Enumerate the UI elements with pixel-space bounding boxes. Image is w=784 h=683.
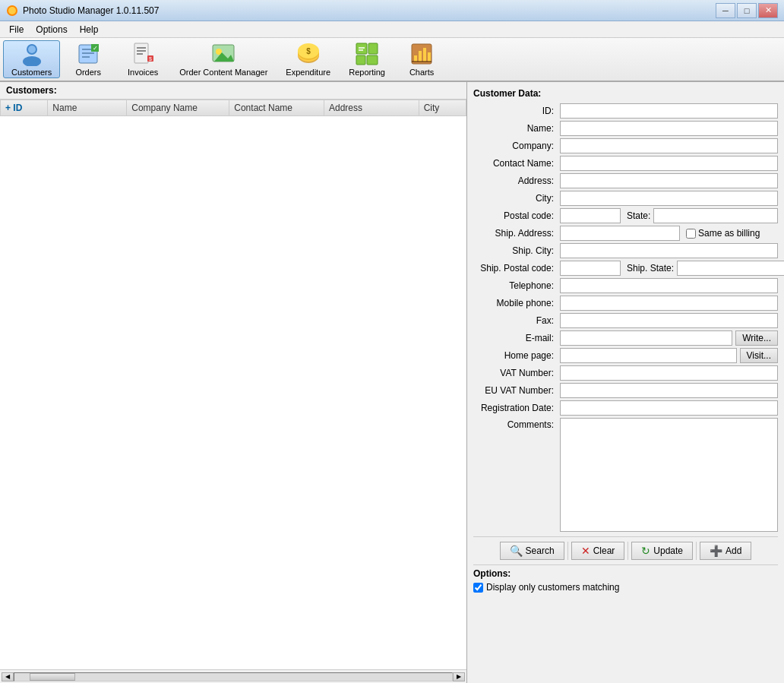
- fax-input[interactable]: [560, 313, 778, 328]
- company-label: Company:: [473, 141, 557, 151]
- scroll-right-arrow[interactable]: ▶: [453, 672, 465, 681]
- svg-point-3: [23, 56, 41, 66]
- customers-left-panel: Customers: + ID Name Company Name Contac…: [0, 82, 467, 683]
- field-row-company: Company:: [473, 138, 778, 153]
- toolbar-invoices[interactable]: $ Invoices: [116, 40, 169, 78]
- contact-name-input[interactable]: [560, 156, 778, 171]
- menu-options[interactable]: Options: [30, 23, 73, 36]
- svg-rect-14: [137, 53, 143, 55]
- search-button[interactable]: 🔍 Search: [500, 542, 564, 560]
- id-input[interactable]: [560, 103, 778, 119]
- customers-table-container[interactable]: + ID Name Company Name Contact Name Addr…: [0, 100, 466, 669]
- write-button[interactable]: Write...: [735, 330, 778, 346]
- comments-label: Comments:: [473, 419, 557, 430]
- customers-label: Customers: [11, 68, 52, 77]
- toolbar-reporting[interactable]: Reporting: [340, 40, 394, 78]
- svg-rect-26: [368, 43, 378, 54]
- svg-text:✓: ✓: [93, 45, 98, 52]
- ship-state-input[interactable]: [677, 261, 784, 276]
- field-row-email: E-mail: Write...: [473, 330, 778, 346]
- postal-code-input[interactable]: [560, 208, 621, 223]
- address-input[interactable]: [560, 173, 778, 188]
- add-button[interactable]: ➕ Add: [700, 542, 751, 560]
- field-row-mobile: Mobile phone:: [473, 296, 778, 311]
- city-label: City:: [473, 193, 557, 204]
- field-row-ship-postal-state: Ship. Postal code: Ship. State:: [473, 261, 778, 276]
- ship-postal-code-input[interactable]: [560, 261, 621, 276]
- eu-vat-input[interactable]: [560, 383, 778, 398]
- menu-file[interactable]: File: [3, 23, 30, 36]
- add-icon: ➕: [710, 545, 722, 557]
- clear-button[interactable]: ✕ Clear: [571, 542, 625, 560]
- company-input[interactable]: [560, 138, 778, 153]
- reg-date-label: Registration Date:: [473, 403, 557, 413]
- mobile-label: Mobile phone:: [473, 298, 557, 308]
- comments-textarea[interactable]: [560, 418, 778, 532]
- ship-city-input[interactable]: [560, 243, 778, 258]
- toolbar: Customers ✓ Orders $ Invoi: [0, 38, 784, 82]
- visit-button[interactable]: Visit...: [740, 348, 778, 363]
- toolbar-customers[interactable]: Customers: [3, 40, 60, 78]
- city-input[interactable]: [560, 191, 778, 206]
- toolbar-ocm[interactable]: Order Content Manager: [171, 40, 276, 78]
- state-input[interactable]: [653, 208, 778, 223]
- col-id[interactable]: + ID: [1, 100, 48, 116]
- state-label: State:: [627, 210, 650, 221]
- separator-3: [696, 542, 697, 560]
- vat-label: VAT Number:: [473, 368, 557, 378]
- col-contact[interactable]: Contact Name: [229, 100, 324, 116]
- toolbar-expenditure[interactable]: $ Expenditure: [277, 40, 339, 78]
- horizontal-scrollbar[interactable]: ◀ ▶: [0, 669, 466, 683]
- search-icon: 🔍: [510, 545, 523, 557]
- window-controls: ─ □ ✕: [716, 3, 778, 18]
- main-content: Customers: + ID Name Company Name Contac…: [0, 82, 784, 683]
- email-input[interactable]: [560, 330, 732, 346]
- homepage-input[interactable]: [560, 348, 737, 363]
- field-row-vat: VAT Number:: [473, 365, 778, 381]
- ship-address-label: Ship. Address:: [473, 228, 557, 239]
- display-matching-checkbox[interactable]: [473, 583, 483, 593]
- customers-panel-title: Customers:: [0, 82, 466, 100]
- maximize-button[interactable]: □: [737, 3, 757, 18]
- id-label: ID:: [473, 106, 557, 116]
- svg-rect-12: [137, 47, 146, 49]
- scroll-track[interactable]: [14, 672, 453, 681]
- menu-help[interactable]: Help: [74, 23, 105, 36]
- orders-icon: ✓: [76, 42, 100, 66]
- name-label: Name:: [473, 123, 557, 134]
- close-button[interactable]: ✕: [758, 3, 778, 18]
- customer-data-title: Customer Data:: [473, 88, 778, 99]
- update-button[interactable]: ↻ Update: [631, 542, 693, 560]
- ship-address-input[interactable]: [560, 226, 680, 241]
- field-row-address: Address:: [473, 173, 778, 188]
- toolbar-orders[interactable]: ✓ Orders: [62, 40, 115, 78]
- same-as-billing-checkbox[interactable]: [686, 229, 696, 239]
- scroll-left-arrow[interactable]: ◀: [2, 672, 14, 681]
- window-title: Photo Studio Manager 1.0.11.507: [23, 5, 716, 16]
- scroll-thumb[interactable]: [30, 673, 75, 681]
- add-record-btn[interactable]: + ID: [5, 103, 22, 113]
- eu-vat-label: EU VAT Number:: [473, 385, 557, 396]
- same-as-billing-label[interactable]: Same as billing: [686, 228, 760, 239]
- toolbar-charts[interactable]: Charts: [395, 40, 448, 78]
- title-bar: Photo Studio Manager 1.0.11.507 ─ □ ✕: [0, 0, 784, 21]
- telephone-input[interactable]: [560, 278, 778, 293]
- mobile-input[interactable]: [560, 296, 778, 311]
- options-section: Options: Display only customers matching: [473, 565, 778, 596]
- vat-input[interactable]: [560, 365, 778, 381]
- ocm-icon: [211, 42, 236, 66]
- name-input[interactable]: [560, 121, 778, 136]
- field-row-ship-address: Ship. Address: Same as billing: [473, 226, 778, 241]
- col-city[interactable]: City: [419, 100, 466, 116]
- col-address[interactable]: Address: [324, 100, 419, 116]
- charts-icon: [409, 42, 434, 66]
- reg-date-input[interactable]: [560, 400, 778, 416]
- col-company[interactable]: Company Name: [127, 100, 229, 116]
- svg-text:$: $: [149, 56, 152, 62]
- field-row-city: City:: [473, 191, 778, 206]
- svg-point-4: [28, 46, 36, 53]
- update-icon: ↻: [641, 545, 650, 557]
- field-row-homepage: Home page: Visit...: [473, 348, 778, 363]
- col-name[interactable]: Name: [48, 100, 127, 116]
- minimize-button[interactable]: ─: [716, 3, 735, 18]
